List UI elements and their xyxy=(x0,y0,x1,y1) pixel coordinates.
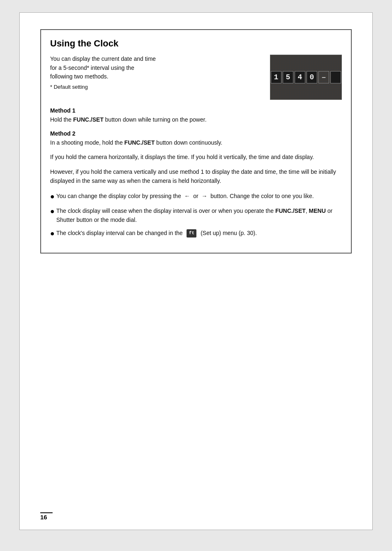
digit-2: 5 xyxy=(283,71,293,83)
page-number: 16 xyxy=(40,514,47,521)
intro-text: You can display the current date and tim… xyxy=(50,55,270,91)
page-container: Using the Clock You can display the curr… xyxy=(19,12,373,530)
bullet-dot-2: ● xyxy=(50,206,55,217)
method1-heading: Method 1 xyxy=(50,107,342,114)
bullet-content-3: The clock's display interval can be chan… xyxy=(56,229,342,238)
arrow-left-icon: ← xyxy=(184,193,190,199)
setup-icon: ft xyxy=(187,229,196,237)
bullet-item-2: ● The clock display will cease when the … xyxy=(50,207,342,224)
section-title: Using the Clock xyxy=(50,38,342,49)
method1-text: Hold the FUNC./SET button down while tur… xyxy=(50,115,342,124)
digit-1: 1 xyxy=(271,71,281,83)
digit-empty xyxy=(330,71,341,83)
funcset-bold: FUNC./SET xyxy=(275,207,306,214)
method1-bold: FUNC./SET xyxy=(73,116,104,123)
digit-dash: — xyxy=(318,71,329,83)
paragraph2: However, if you hold the camera vertical… xyxy=(50,168,342,185)
bullet-list: ● You can change the display color by pr… xyxy=(50,192,342,239)
bullet-dot-3: ● xyxy=(50,228,55,240)
menu-bold: MENU xyxy=(309,207,326,214)
method2-bold: FUNC./SET xyxy=(125,139,155,146)
default-note: * Default setting xyxy=(50,83,262,91)
clock-digits: 1 5 4 0 — xyxy=(271,71,341,83)
bullet-item-3: ● The clock's display interval can be ch… xyxy=(50,229,342,240)
clock-display: 1 5 4 0 — xyxy=(270,55,342,100)
section-box: Using the Clock You can display the curr… xyxy=(40,29,352,254)
intro-line1: You can display the current date and tim… xyxy=(50,55,262,64)
method2-text: In a shooting mode, hold the FUNC./SET b… xyxy=(50,138,342,148)
digit-3: 4 xyxy=(295,71,305,83)
intro-line2: for a 5-second* interval using the xyxy=(50,64,262,73)
bullet-content-1: You can change the display color by pres… xyxy=(56,192,342,201)
intro-line3: following two methods. xyxy=(50,72,262,81)
intro-row: You can display the current date and tim… xyxy=(50,55,342,100)
bullet-dot-1: ● xyxy=(50,191,55,203)
paragraph1: If you hold the camera horizontally, it … xyxy=(50,153,342,162)
arrow-right-icon: → xyxy=(201,193,207,199)
method2-heading: Method 2 xyxy=(50,130,342,137)
digit-4: 0 xyxy=(307,71,317,83)
bullet-item-1: ● You can change the display color by pr… xyxy=(50,192,342,203)
page-number-line xyxy=(40,512,53,513)
bullet-content-2: The clock display will cease when the di… xyxy=(56,207,342,224)
